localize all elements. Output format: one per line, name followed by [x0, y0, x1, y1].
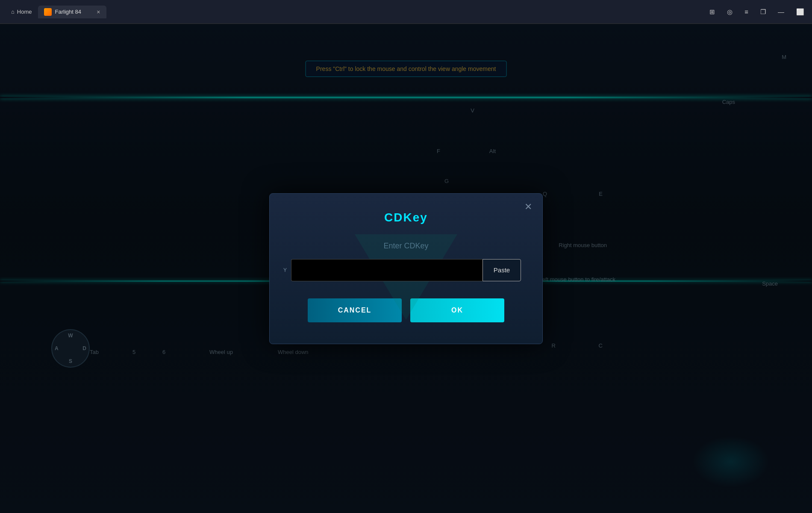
home-icon: ⌂ [11, 9, 15, 15]
gamepad-icon[interactable]: ⊞ [707, 6, 718, 18]
account-icon[interactable]: ◎ [724, 6, 735, 18]
tab-favicon [44, 8, 52, 16]
farlight-tab[interactable]: Farlight 84 × [38, 6, 106, 18]
cancel-button[interactable]: CANCEL [308, 298, 402, 322]
dialog-buttons: CANCEL OK [291, 298, 521, 322]
game-area: Press "Ctrl" to lock the mouse and contr… [0, 24, 812, 513]
ok-button[interactable]: OK [410, 298, 504, 322]
tab-title: Farlight 84 [55, 9, 81, 15]
input-row: Y Paste [291, 259, 521, 281]
cdkey-input[interactable] [291, 259, 482, 281]
restore-icon[interactable]: ❐ [758, 6, 768, 18]
home-tab[interactable]: ⌂ Home [5, 6, 38, 18]
window-close-icon[interactable]: ⬜ [794, 6, 807, 18]
cdkey-dialog: ✕ CDKey Enter CDKey Y Paste CANCEL OK [269, 193, 543, 344]
menu-icon[interactable]: ≡ [742, 6, 751, 17]
home-label: Home [17, 9, 32, 15]
dialog-subtitle: Enter CDKey [291, 242, 521, 251]
tab-close-button[interactable]: × [97, 9, 100, 15]
chrome-controls: ⊞ ◎ ≡ ❐ — ⬜ [707, 6, 807, 18]
y-label: Y [283, 267, 287, 273]
dialog-overlay: ✕ CDKey Enter CDKey Y Paste CANCEL OK [0, 24, 812, 513]
paste-button[interactable]: Paste [482, 259, 521, 281]
browser-chrome: ⌂ Home Farlight 84 × ⊞ ◎ ≡ ❐ — ⬜ [0, 0, 812, 24]
dialog-title: CDKey [291, 211, 521, 224]
minimize-icon[interactable]: — [775, 6, 787, 17]
dialog-close-button[interactable]: ✕ [524, 202, 532, 212]
